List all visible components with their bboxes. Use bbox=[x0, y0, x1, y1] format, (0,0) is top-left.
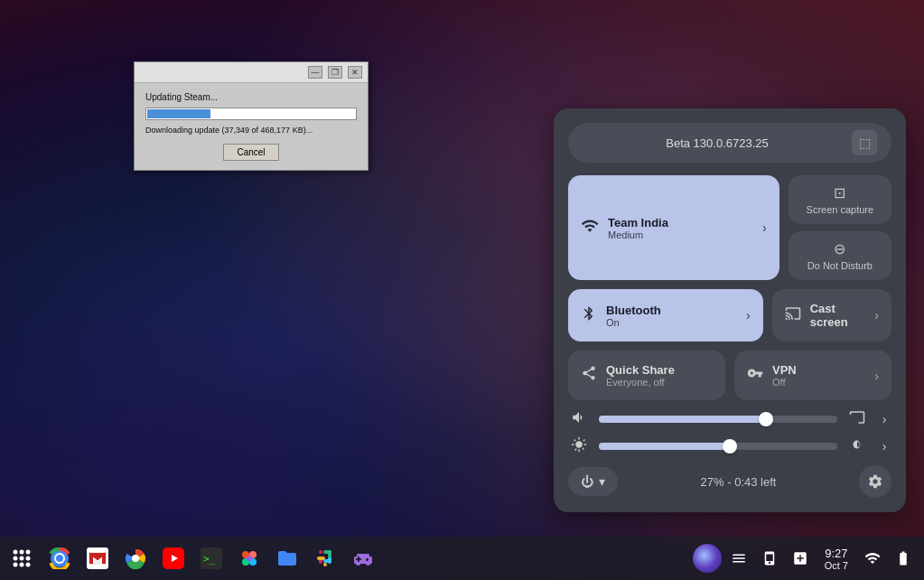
steam-cancel-button[interactable]: Cancel bbox=[223, 144, 278, 161]
svg-point-4 bbox=[20, 557, 24, 561]
launcher-button[interactable] bbox=[4, 540, 40, 576]
svg-point-2 bbox=[26, 550, 31, 555]
vpn-chevron: › bbox=[874, 369, 879, 383]
date-time-display[interactable]: 9:27 Oct 7 bbox=[817, 545, 855, 573]
vpn-sub: Off bbox=[772, 377, 865, 388]
volume-icon bbox=[568, 409, 590, 429]
taskbar-youtube[interactable] bbox=[155, 540, 191, 576]
settings-button[interactable] bbox=[859, 465, 891, 498]
battery-status: 27% - 0:43 left bbox=[701, 475, 777, 489]
vpn-name: VPN bbox=[772, 363, 865, 377]
svg-point-6 bbox=[14, 563, 18, 567]
steam-status-text: Updating Steam... bbox=[145, 92, 357, 102]
brightness-slider-thumb bbox=[723, 439, 737, 454]
do-not-disturb-tile[interactable]: ⊖ Do Not Disturb bbox=[789, 231, 891, 280]
steam-progress-bar bbox=[145, 108, 357, 120]
quick-share-tile-text: Quick Share Everyone, off bbox=[606, 363, 713, 388]
vpn-tile[interactable]: VPN Off › bbox=[734, 351, 891, 400]
cast-screen-tile[interactable]: Cast screen › bbox=[772, 289, 891, 341]
svg-rect-29 bbox=[323, 550, 331, 554]
phone-icon[interactable] bbox=[756, 547, 783, 570]
volume-end-chevron[interactable]: › bbox=[877, 412, 891, 426]
vpn-tile-text: VPN Off bbox=[772, 363, 865, 388]
quick-share-tile[interactable]: Quick Share Everyone, off bbox=[568, 351, 725, 400]
taskbar-photos[interactable] bbox=[117, 540, 154, 576]
steam-update-window: — ❐ ✕ Updating Steam... Downloading upda… bbox=[134, 61, 369, 171]
svg-point-0 bbox=[14, 550, 18, 555]
restore-button[interactable]: ❐ bbox=[328, 66, 342, 79]
qs-bottom-bar: ⏻ ▾ 27% - 0:43 left bbox=[568, 465, 891, 498]
add-icon[interactable] bbox=[787, 547, 814, 570]
steam-download-text: Downloading update (37,349 of 468,177 KB… bbox=[145, 126, 357, 135]
menu-list-icon[interactable] bbox=[725, 547, 752, 570]
taskbar-gmail[interactable] bbox=[79, 540, 116, 576]
tiles-row-2: Bluetooth On › Cast screen › bbox=[568, 289, 891, 341]
taskbar-figma[interactable] bbox=[231, 540, 267, 576]
bluetooth-tile[interactable]: Bluetooth On › bbox=[568, 289, 763, 341]
brightness-end-icon bbox=[846, 436, 868, 456]
brightness-icon bbox=[568, 436, 590, 456]
volume-slider-thumb bbox=[759, 412, 773, 426]
volume-end-icon bbox=[846, 409, 868, 429]
bluetooth-name: Bluetooth bbox=[606, 304, 737, 317]
brightness-slider-track[interactable] bbox=[599, 443, 837, 450]
volume-slider-fill bbox=[599, 416, 766, 423]
version-bar: Beta 130.0.6723.25 ⬚ bbox=[568, 123, 891, 163]
power-chevron: ▾ bbox=[599, 474, 605, 489]
svg-point-1 bbox=[20, 550, 24, 555]
time-display: 9:27 bbox=[825, 547, 847, 560]
svg-rect-31 bbox=[323, 559, 331, 563]
volume-slider-track[interactable] bbox=[599, 416, 837, 423]
version-icon[interactable]: ⬚ bbox=[852, 130, 877, 155]
do-not-disturb-icon: ⊖ bbox=[834, 240, 845, 257]
taskbar-gaming[interactable] bbox=[345, 540, 381, 576]
vpn-icon bbox=[747, 365, 763, 386]
quick-share-sub: Everyone, off bbox=[606, 377, 713, 388]
cast-chevron: › bbox=[874, 308, 879, 323]
sliders-section: › › bbox=[568, 409, 891, 456]
battery-status-icon[interactable] bbox=[890, 547, 917, 570]
quick-share-icon bbox=[581, 365, 597, 386]
bluetooth-tile-text: Bluetooth On bbox=[606, 304, 737, 328]
taskbar-slack[interactable] bbox=[307, 540, 343, 576]
taskbar-chrome[interactable] bbox=[42, 540, 78, 576]
svg-point-7 bbox=[20, 563, 24, 567]
quick-settings-panel: Beta 130.0.6723.25 ⬚ Team India Medium ›… bbox=[554, 108, 906, 512]
bluetooth-icon bbox=[581, 305, 597, 326]
cast-icon bbox=[785, 305, 801, 326]
tiles-row-1: Team India Medium › ⊡ Screen capture ⊖ D… bbox=[568, 175, 891, 280]
cast-screen-name: Cast screen bbox=[810, 302, 866, 329]
screen-capture-tile[interactable]: ⊡ Screen capture bbox=[789, 175, 891, 224]
version-text: Beta 130.0.6723.25 bbox=[583, 136, 852, 150]
taskbar-right: 9:27 Oct 7 bbox=[686, 544, 924, 573]
tiles-row-3: Quick Share Everyone, off VPN Off › bbox=[568, 351, 891, 400]
svg-rect-24 bbox=[319, 550, 322, 554]
svg-point-23 bbox=[247, 556, 252, 561]
date-display: Oct 7 bbox=[825, 560, 848, 571]
steam-progress-fill bbox=[147, 109, 210, 118]
user-avatar[interactable] bbox=[693, 544, 722, 573]
power-icon: ⏻ bbox=[581, 474, 593, 489]
svg-rect-26 bbox=[323, 563, 327, 566]
screen-capture-icon: ⊡ bbox=[834, 184, 845, 201]
svg-point-8 bbox=[26, 563, 31, 567]
tiles-col-1: ⊡ Screen capture ⊖ Do Not Disturb bbox=[789, 175, 891, 280]
taskbar: >_ bbox=[0, 537, 924, 580]
wifi-chevron: › bbox=[762, 220, 767, 235]
steam-titlebar: — ❐ ✕ bbox=[135, 62, 368, 83]
brightness-end-chevron[interactable]: › bbox=[877, 439, 891, 454]
screen-capture-label: Screen capture bbox=[807, 204, 874, 215]
close-button[interactable]: ✕ bbox=[348, 66, 362, 79]
wifi-tile[interactable]: Team India Medium › bbox=[568, 175, 779, 280]
bluetooth-chevron: › bbox=[746, 308, 751, 323]
taskbar-left: >_ bbox=[0, 540, 385, 576]
brightness-slider-row: › bbox=[568, 436, 891, 456]
wifi-name: Team India bbox=[608, 216, 753, 229]
wifi-status-icon[interactable] bbox=[859, 547, 886, 570]
taskbar-terminal[interactable]: >_ bbox=[193, 540, 229, 576]
bluetooth-sub: On bbox=[606, 317, 737, 328]
do-not-disturb-label: Do Not Disturb bbox=[807, 260, 873, 271]
power-button[interactable]: ⏻ ▾ bbox=[568, 467, 618, 496]
minimize-button[interactable]: — bbox=[308, 66, 322, 79]
taskbar-files[interactable] bbox=[269, 540, 305, 576]
